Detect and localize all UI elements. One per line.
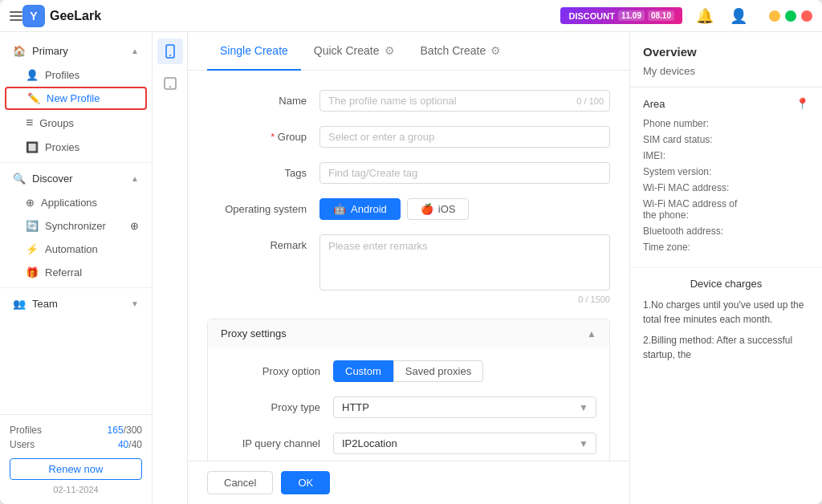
sidebar-team-label: Team: [32, 298, 58, 310]
tags-input[interactable]: [319, 162, 610, 184]
proxy-saved-btn[interactable]: Saved proxies: [393, 360, 483, 382]
footer-date: 02-11-2024: [10, 485, 142, 494]
chevron-up-icon: ▲: [131, 47, 139, 55]
chevron-down-icon: ▼: [131, 299, 139, 308]
sidebar-item-profiles[interactable]: 👤 Profiles: [0, 63, 152, 87]
remark-control: 0 / 1500: [319, 234, 610, 304]
sidebar-item-new-profile[interactable]: ✏️ New Profile: [5, 87, 147, 110]
device-charges-section: Device charges 1.No charges until you've…: [630, 268, 822, 378]
device-info-phone-number: Phone number:: [643, 118, 809, 129]
tab-batch-create[interactable]: Batch Create ⚙: [408, 32, 515, 71]
sim-status-key: SIM card status:: [643, 134, 731, 145]
new-profile-icon: ✏️: [27, 92, 40, 104]
sidebar-item-profiles-label: Profiles: [45, 69, 79, 81]
group-input[interactable]: [319, 126, 610, 148]
svg-point-4: [169, 55, 171, 56]
proxy-settings-section: Proxy settings ▲ Proxy option Custom S: [207, 319, 610, 461]
proxy-section-header[interactable]: Proxy settings ▲: [208, 319, 609, 348]
system-version-key: System version:: [643, 166, 731, 177]
name-input[interactable]: [319, 90, 610, 112]
sidebar-team-header[interactable]: 👥 Team ▼: [0, 291, 152, 316]
os-android-btn[interactable]: 🤖 Android: [319, 198, 401, 220]
form-area: Name 0 / 100 * Group: [188, 71, 629, 461]
sidebar-primary-label: Primary: [32, 45, 68, 57]
proxy-custom-btn[interactable]: Custom: [333, 360, 393, 382]
proxy-type-select[interactable]: HTTP HTTPS SOCKS5: [333, 396, 596, 418]
remark-char-count: 0 / 1500: [319, 295, 610, 304]
tablet-icon: [163, 76, 177, 91]
discount-banner[interactable]: DISCOUNT 11.09 08.10: [560, 7, 682, 24]
batch-settings-icon: ⚙: [490, 44, 501, 57]
proxy-collapse-icon: ▲: [587, 328, 596, 339]
close-button[interactable]: [801, 10, 812, 22]
wifi-mac-phone-key: Wi-Fi MAC address of the phone:: [643, 198, 747, 221]
sidebar-toggle[interactable]: [10, 10, 22, 22]
tab-quick-create[interactable]: Quick Create ⚙: [301, 32, 408, 71]
sidebar-section-primary: 🏠 Primary ▲ 👤 Profiles ✏️ New Profile: [0, 39, 152, 159]
sync-add-icon[interactable]: ⊕: [130, 220, 139, 232]
notification-icon[interactable]: 🔔: [694, 5, 716, 27]
form-row-os: Operating system 🤖 Android 🍎 iOS: [207, 198, 610, 220]
form-footer: Cancel OK: [188, 461, 629, 504]
sidebar-section-discover: 🔍 Discover ▲ ⊕ Applications 🔄 Synchroniz…: [0, 166, 152, 284]
profiles-max: 300: [126, 425, 142, 436]
form-row-tags: Tags: [207, 162, 610, 184]
tab-single-create[interactable]: Single Create: [207, 32, 301, 71]
device-info-imei: IMEI:: [643, 150, 809, 161]
device-info-sim-status: SIM card status:: [643, 134, 809, 145]
svg-rect-2: [10, 19, 22, 21]
name-label: Name: [207, 90, 319, 107]
sidebar-item-referral[interactable]: 🎁 Referral: [0, 261, 152, 284]
cancel-button[interactable]: Cancel: [207, 471, 273, 494]
device-info-section: Area 📍 Phone number: SIM card status: IM…: [630, 87, 822, 268]
sidebar-item-applications-label: Applications: [41, 197, 97, 209]
footer-users-count: 40/40: [118, 439, 142, 450]
device-info-wifi-mac: Wi-Fi MAC address:: [643, 182, 809, 193]
group-label: * Group: [207, 126, 319, 143]
device-charges-title: Device charges: [643, 278, 809, 290]
tabs-bar: Single Create Quick Create ⚙ Batch Creat…: [188, 32, 629, 71]
automation-icon: ⚡: [26, 243, 39, 255]
device-tab-phone[interactable]: [157, 39, 183, 64]
tags-label: Tags: [207, 162, 319, 179]
sidebar-item-applications[interactable]: ⊕ Applications: [0, 191, 152, 214]
remark-textarea[interactable]: [319, 234, 610, 291]
sidebar-item-automation[interactable]: ⚡ Automation: [0, 238, 152, 261]
charge-item-1: 1.No charges until you've used up the to…: [643, 298, 809, 327]
sidebar-discover-label: Discover: [32, 173, 73, 185]
proxy-option-btns: Custom Saved proxies: [333, 360, 596, 382]
group-required: *: [271, 131, 275, 143]
proxy-section-body: Proxy option Custom Saved proxies: [208, 348, 609, 461]
referral-icon: 🎁: [26, 266, 39, 278]
phone-icon: [163, 44, 177, 59]
phone-number-key: Phone number:: [643, 118, 731, 129]
renew-button[interactable]: Renew now: [10, 458, 142, 480]
device-tab-tablet[interactable]: [157, 71, 183, 96]
android-icon: 🤖: [333, 203, 346, 215]
discount-date2: 08.10: [648, 10, 674, 21]
sidebar-discover-header[interactable]: 🔍 Discover ▲: [0, 166, 152, 191]
chevron-up-icon2: ▲: [131, 174, 139, 183]
ok-button[interactable]: OK: [281, 471, 330, 494]
app-logo: Y GeeLark: [22, 5, 101, 27]
minimize-button[interactable]: [769, 10, 780, 22]
overview-title: Overview: [630, 32, 822, 65]
footer-users-label: Users: [10, 439, 35, 450]
form-row-remark: Remark 0 / 1500: [207, 234, 610, 304]
right-panel: Overview My devices Area 📍 Phone number:…: [629, 32, 822, 504]
content-area: Single Create Quick Create ⚙ Batch Creat…: [188, 32, 629, 504]
sidebar-primary-header[interactable]: 🏠 Primary ▲: [0, 39, 152, 63]
ip-query-select[interactable]: IP2Location IP-API IPAPI: [333, 433, 596, 454]
users-current: 40: [118, 439, 128, 450]
proxies-icon: 🔲: [26, 141, 39, 153]
sidebar-section-team: 👥 Team ▼: [0, 291, 152, 316]
sidebar-item-proxies[interactable]: 🔲 Proxies: [0, 136, 152, 159]
form-row-ip-query: IP query channel IP2Location IP-API IPAP…: [221, 433, 596, 454]
sidebar-item-groups[interactable]: ≡ Groups: [0, 110, 152, 136]
maximize-button[interactable]: [785, 10, 796, 22]
synchronizer-icon: 🔄: [26, 220, 39, 232]
sidebar-item-synchronizer[interactable]: 🔄 Synchronizer ⊕: [0, 214, 152, 238]
account-icon[interactable]: 👤: [727, 5, 750, 27]
os-ios-btn[interactable]: 🍎 iOS: [407, 198, 470, 220]
footer-users-stats: Users 40/40: [10, 439, 142, 450]
